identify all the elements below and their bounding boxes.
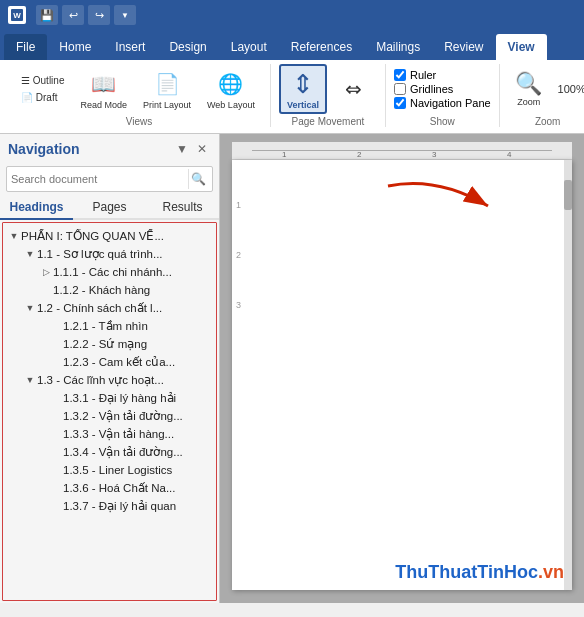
views-buttons: ☰ Outline 📄 Draft 📖 Read Mode 📄 Print La…	[16, 64, 262, 114]
ribbon-content: ☰ Outline 📄 Draft 📖 Read Mode 📄 Print La…	[0, 60, 584, 134]
svg-text:W: W	[13, 11, 21, 20]
navigation-header: Navigation ▼ ✕	[0, 134, 219, 164]
zoom-percent-button[interactable]: 100%	[556, 68, 584, 110]
tree-toggle-icon	[49, 499, 63, 513]
ruler-checkbox[interactable]: Ruler	[394, 69, 491, 81]
tree-item-text: 1.2.2 - Sứ mạng	[63, 337, 216, 351]
nav-close-button[interactable]: ✕	[193, 140, 211, 158]
tree-item[interactable]: 1.3.1 - Đại lý hàng hải	[3, 389, 216, 407]
headings-tree: ▼PHẦN I: TỔNG QUAN VỀ...▼1.1 - Sơ lược q…	[2, 222, 217, 601]
tree-toggle-icon	[49, 355, 63, 369]
tab-view[interactable]: View	[496, 34, 547, 60]
tab-home[interactable]: Home	[47, 34, 103, 60]
app-icon: W	[8, 6, 26, 24]
tree-item-text: 1.3.4 - Vận tải đường...	[63, 445, 216, 459]
read-mode-icon: 📖	[88, 68, 120, 100]
document-page: 123	[232, 160, 572, 590]
web-layout-button[interactable]: 🌐 Web Layout	[200, 65, 262, 113]
scroll-bar[interactable]	[564, 160, 572, 590]
side-scroll-button[interactable]: ⇔	[331, 70, 377, 108]
tree-item-text: 1.1.1 - Các chi nhánh...	[53, 266, 216, 278]
tab-pages[interactable]: Pages	[73, 196, 146, 220]
tree-item-text: 1.3.3 - Vận tải hàng...	[63, 427, 216, 441]
tree-toggle-icon: ▼	[23, 301, 37, 315]
tree-toggle-icon	[49, 391, 63, 405]
side-scroll-icon: ⇔	[338, 73, 370, 105]
tree-item[interactable]: 1.1.2 - Khách hàng	[3, 281, 216, 299]
show-label: Show	[430, 116, 455, 127]
navigation-tabs: Headings Pages Results	[0, 196, 219, 220]
print-layout-icon: 📄	[151, 68, 183, 100]
read-mode-button[interactable]: 📖 Read Mode	[73, 65, 134, 113]
title-bar: W 💾 ↩ ↪ ▼	[0, 0, 584, 30]
undo-button[interactable]: ↩	[62, 5, 84, 25]
scroll-thumb[interactable]	[564, 180, 572, 210]
ruler: 1 2 3 4	[232, 142, 572, 160]
tree-item[interactable]: 1.3.5 - Liner Logistics	[3, 461, 216, 479]
tab-insert[interactable]: Insert	[103, 34, 157, 60]
outline-button[interactable]: ☰ Outline	[16, 73, 69, 88]
tree-toggle-icon: ▷	[39, 265, 53, 279]
tree-item[interactable]: 1.2.2 - Sứ mạng	[3, 335, 216, 353]
gridlines-checkbox[interactable]: Gridlines	[394, 83, 491, 95]
tree-toggle-icon	[49, 481, 63, 495]
draft-button[interactable]: 📄 Draft	[16, 90, 69, 105]
tab-references[interactable]: References	[279, 34, 364, 60]
tree-item[interactable]: ▼1.2 - Chính sách chất l...	[3, 299, 216, 317]
show-content: Ruler Gridlines Navigation Pane	[394, 64, 491, 114]
page-markers: 123	[236, 200, 241, 310]
tab-mailings[interactable]: Mailings	[364, 34, 432, 60]
tree-item-text: 1.2 - Chính sách chất l...	[37, 301, 216, 315]
tree-item-text: 1.2.1 - Tầm nhìn	[63, 319, 216, 333]
search-button[interactable]: 🔍	[188, 169, 208, 189]
tree-item[interactable]: ▷1.1.1 - Các chi nhánh...	[3, 263, 216, 281]
zoom-button[interactable]: 🔍 Zoom	[508, 68, 550, 110]
tree-toggle-icon	[49, 427, 63, 441]
web-layout-icon: 🌐	[215, 68, 247, 100]
document-area: 1 2 3 4 123	[220, 134, 584, 603]
tree-item-text: 1.3.1 - Đại lý hàng hải	[63, 391, 216, 405]
nav-header-controls: ▼ ✕	[173, 140, 211, 158]
search-input[interactable]	[11, 173, 188, 185]
redo-button[interactable]: ↪	[88, 5, 110, 25]
zoom-label: Zoom	[535, 116, 561, 127]
tree-item[interactable]: ▼PHẦN I: TỔNG QUAN VỀ...	[3, 227, 216, 245]
nav-menu-button[interactable]: ▼	[173, 140, 191, 158]
print-layout-button[interactable]: 📄 Print Layout	[136, 65, 198, 113]
tree-item[interactable]: 1.3.6 - Hoá Chất Na...	[3, 479, 216, 497]
tree-item[interactable]: 1.2.3 - Cam kết của...	[3, 353, 216, 371]
tree-item-text: 1.2.3 - Cam kết của...	[63, 355, 216, 369]
tab-review[interactable]: Review	[432, 34, 495, 60]
tab-design[interactable]: Design	[157, 34, 218, 60]
tree-toggle-icon	[49, 463, 63, 477]
tab-headings[interactable]: Headings	[0, 196, 73, 220]
show-checkboxes: Ruler Gridlines Navigation Pane	[394, 65, 491, 113]
tree-item[interactable]: 1.3.3 - Vận tải hàng...	[3, 425, 216, 443]
customize-button[interactable]: ▼	[114, 5, 136, 25]
save-button[interactable]: 💾	[36, 5, 58, 25]
tree-item[interactable]: ▼1.1 - Sơ lược quá trình...	[3, 245, 216, 263]
tree-item[interactable]: 1.3.7 - Đại lý hải quan	[3, 497, 216, 515]
tree-item-text: 1.3.7 - Đại lý hải quan	[63, 499, 216, 513]
tab-layout[interactable]: Layout	[219, 34, 279, 60]
zoom-content: 🔍 Zoom 100%	[508, 64, 584, 114]
tree-item[interactable]: 1.3.2 - Vận tải đường...	[3, 407, 216, 425]
tree-item-text: 1.3.5 - Liner Logistics	[63, 464, 216, 476]
navigation-title: Navigation	[8, 141, 80, 157]
tree-item[interactable]: 1.2.1 - Tầm nhìn	[3, 317, 216, 335]
quick-access-toolbar: 💾 ↩ ↪ ▼	[36, 5, 136, 25]
navigation-pane: Navigation ▼ ✕ 🔍 Headings Pages Results …	[0, 134, 220, 603]
tree-toggle-icon	[49, 445, 63, 459]
navigation-pane-checkbox[interactable]: Navigation Pane	[394, 97, 491, 109]
page-movement-content: ⇕ Vertical ⇔	[279, 64, 377, 114]
tree-item[interactable]: ▼1.3 - Các lĩnh vực hoạt...	[3, 371, 216, 389]
tree-item-text: 1.1.2 - Khách hàng	[53, 284, 216, 296]
tab-file[interactable]: File	[4, 34, 47, 60]
main-area: Navigation ▼ ✕ 🔍 Headings Pages Results …	[0, 134, 584, 603]
tab-results[interactable]: Results	[146, 196, 219, 220]
tree-item[interactable]: 1.3.4 - Vận tải đường...	[3, 443, 216, 461]
vertical-icon: ⇕	[287, 68, 319, 100]
tree-item-text: 1.3.2 - Vận tải đường...	[63, 409, 216, 423]
vertical-button[interactable]: ⇕ Vertical	[279, 64, 327, 114]
tree-item-text: 1.3 - Các lĩnh vực hoạt...	[37, 373, 216, 387]
